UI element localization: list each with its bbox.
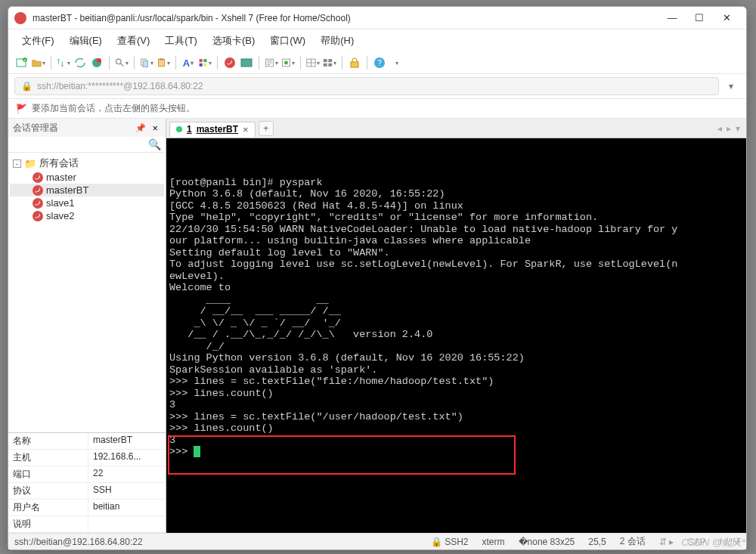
prop-value: 192.168.6... [88, 450, 166, 466]
prop-row: 主机192.168.6... [8, 450, 166, 466]
session-item-slave2[interactable]: slave2 [10, 209, 164, 222]
open-button[interactable] [31, 55, 46, 70]
script-button[interactable] [264, 55, 279, 70]
menu-file[interactable]: 文件(F) [16, 32, 60, 49]
prop-value: SSH [88, 483, 166, 499]
font-button[interactable]: A [181, 55, 196, 70]
close-button[interactable]: ✕ [713, 8, 740, 29]
tab-label: masterBT [197, 124, 238, 135]
new-session-button[interactable]: + [14, 55, 29, 70]
tab-menu-icon[interactable]: ▾ [736, 123, 740, 134]
reconnect-button[interactable] [73, 55, 88, 70]
toolbar-separator [367, 56, 367, 70]
svg-point-5 [116, 59, 122, 64]
paste-button[interactable] [156, 55, 171, 70]
prop-key: 说明 [8, 516, 88, 532]
main-area: 会话管理器 📌 × 🔍 - 📁 所有会话 master [8, 119, 746, 533]
tab-next-icon[interactable]: ▸ [727, 123, 731, 134]
more-button[interactable] [389, 55, 404, 70]
minimize-button[interactable]: — [658, 8, 686, 29]
svg-rect-10 [200, 59, 203, 62]
hintbar: 🚩 要添加当前会话，点击左侧的箭头按钮。 [8, 99, 746, 119]
folder-icon: 📁 [24, 158, 36, 169]
tab-masterbt[interactable]: 1 masterBT × [169, 122, 256, 137]
status-sessions-arrows[interactable]: ⇵ ▸ [659, 537, 674, 547]
address-text: ssh://beitian:**********@192.168.64.80:2… [37, 81, 203, 91]
address-dropdown-button[interactable]: ▾ [722, 77, 740, 95]
statusbar: ssh://beitian@192.168.64.80:22 🔒 SSH2 xt… [8, 533, 746, 549]
prop-value: beitian [88, 500, 166, 515]
menu-tabs[interactable]: 选项卡(B) [206, 32, 261, 49]
menubar: 文件(F) 编辑(E) 查看(V) 工具(T) 选项卡(B) 窗口(W) 帮助(… [8, 29, 746, 52]
disconnect-button[interactable] [89, 55, 104, 70]
menu-edit[interactable]: 编辑(E) [64, 32, 108, 49]
session-item-master[interactable]: master [10, 171, 164, 184]
transfer-button[interactable] [56, 55, 71, 70]
lock-icon: 🔒 [21, 81, 33, 91]
tab-index: 1 [187, 124, 192, 135]
pin-button[interactable]: 📌 [132, 123, 149, 133]
status-pos: 25,5 [588, 537, 606, 547]
svg-rect-21 [324, 63, 327, 67]
maximize-button[interactable]: ☐ [686, 8, 713, 29]
copy-button[interactable] [139, 55, 154, 70]
status-proto: 🔒 SSH2 [431, 537, 469, 547]
svg-text:+: + [24, 57, 26, 62]
prop-row: 端口22 [8, 466, 166, 483]
svg-rect-9 [160, 58, 163, 60]
color-button[interactable] [197, 55, 212, 70]
svg-rect-11 [203, 59, 206, 62]
tab-nav: ◂ ▸ ▾ [717, 123, 746, 134]
menu-view[interactable]: 查看(V) [111, 32, 156, 49]
tile-button[interactable] [322, 55, 337, 70]
addressbar: 🔒 ssh://beitian:**********@192.168.64.80… [8, 74, 746, 99]
hint-text: 要添加当前会话，点击左侧的箭头按钮。 [32, 102, 195, 115]
bookmark-button[interactable] [280, 55, 296, 70]
shell-button[interactable] [222, 55, 237, 70]
prop-value: 22 [88, 466, 166, 482]
session-icon [33, 185, 43, 196]
sidebar-title: 会话管理器 [13, 122, 132, 135]
find-button[interactable] [114, 55, 129, 70]
tree-root-label: 所有会话 [39, 156, 79, 170]
session-label: master [46, 172, 76, 183]
help-button[interactable]: ? [372, 55, 387, 70]
session-item-masterbt[interactable]: masterBT [10, 184, 164, 197]
toolbar-separator [259, 56, 259, 70]
svg-rect-19 [324, 59, 327, 62]
svg-text:?: ? [377, 59, 382, 67]
new-tab-button[interactable]: + [259, 121, 274, 136]
session-properties: 名称masterBT 主机192.168.6... 端口22 协议SSH 用户名… [8, 432, 166, 533]
highlight-box [168, 435, 516, 475]
session-label: slave1 [46, 197, 75, 209]
svg-rect-14 [241, 59, 252, 67]
svg-point-4 [97, 58, 101, 63]
prop-row: 名称masterBT [8, 433, 166, 450]
status-address: ssh://beitian@192.168.64.80:22 [14, 537, 143, 547]
status-num: NUM [720, 537, 740, 547]
tab-close-icon[interactable]: × [243, 124, 249, 135]
sidebar-close-button[interactable]: × [149, 122, 161, 134]
connection-status-icon [176, 126, 182, 132]
session-manager-panel: 会话管理器 📌 × 🔍 - 📁 所有会话 master [8, 119, 166, 533]
address-field[interactable]: 🔒 ssh://beitian:**********@192.168.64.80… [14, 77, 719, 95]
layout-button[interactable] [305, 55, 321, 70]
toolbar-separator [300, 56, 301, 70]
titlebar: masterBT - beitian@panli:/usr/local/spar… [8, 7, 746, 29]
app-window: masterBT - beitian@panli:/usr/local/spar… [8, 6, 747, 550]
menu-tools[interactable]: 工具(T) [159, 32, 203, 49]
search-icon[interactable]: 🔍 [148, 138, 161, 150]
terminal[interactable]: [root@panli bin]# pysparkPython 3.6.8 (d… [166, 138, 746, 533]
lock-button[interactable] [347, 55, 362, 70]
sftp-button[interactable] [239, 55, 254, 70]
prop-key: 端口 [8, 466, 88, 482]
tree-root-node[interactable]: - 📁 所有会话 [10, 156, 164, 171]
menu-help[interactable]: 帮助(H) [314, 32, 360, 49]
session-item-slave1[interactable]: slave1 [10, 197, 164, 209]
tab-prev-icon[interactable]: ◂ [717, 123, 722, 134]
sidebar-search-row: 🔍 [8, 137, 166, 153]
menu-window[interactable]: 窗口(W) [264, 32, 311, 49]
session-icon [33, 211, 43, 221]
toolbar-separator [342, 56, 342, 70]
tree-collapse-icon[interactable]: - [13, 159, 21, 168]
